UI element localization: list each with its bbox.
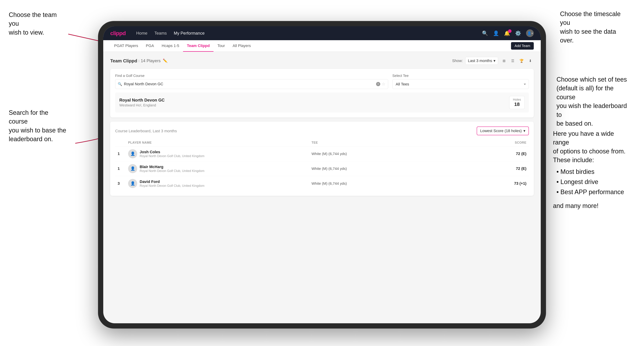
sub-nav-tour[interactable]: Tour — [214, 40, 229, 52]
show-row: Show: Last 3 months ▾ ⊞ ☰ 🏆 ⬇ — [452, 57, 534, 65]
bell-icon[interactable]: 🔔 — [504, 30, 510, 36]
users-icon[interactable]: 👤 — [493, 30, 499, 36]
player-score-2: 72 (E) — [495, 166, 526, 171]
edit-icon[interactable]: ✏️ — [163, 58, 168, 63]
table-row: 1 👤 ♥ Josh Coles Royal North Devon Golf … — [115, 147, 529, 161]
course-search-row: Find a Golf Course 🔍 × ☆ Select Tee — [115, 74, 529, 89]
main-content: Team Clippd | 14 Players ✏️ Show: Last 3… — [103, 52, 541, 323]
annotation-bullets: • Most birdies • Longest drive • Best AP… — [553, 168, 630, 197]
course-result-name: Royal North Devon GC — [119, 98, 165, 103]
course-search-card: Find a Golf Course 🔍 × ☆ Select Tee — [110, 69, 534, 117]
col-score: SCORE — [495, 141, 526, 145]
nav-links: Home Teams My Performance — [136, 31, 482, 36]
nav-icons: 🔍 👤 🔔 ⚙️ 👤 ▾ — [482, 29, 534, 37]
download-icon[interactable]: ⬇ — [527, 57, 534, 64]
table-row: 3 👤 ♥ David Ford Royal North Devon Golf … — [115, 176, 529, 191]
player-club-3: Royal North Devon Golf Club, United King… — [140, 184, 204, 188]
score-type-label: Lowest Score (18 holes) — [480, 129, 522, 133]
holes-label: Holes — [513, 98, 521, 102]
bullet-3: • Best APP performance — [556, 188, 630, 196]
add-team-button[interactable]: Add Team — [511, 42, 534, 50]
sub-nav-hcaps[interactable]: Hcaps 1-5 — [158, 40, 183, 52]
show-dropdown[interactable]: Last 3 months ▾ — [465, 57, 498, 65]
show-label: Show: — [452, 58, 463, 63]
player-info-2: 👤 ♥ Blair McHarg Royal North Devon Golf … — [128, 164, 312, 173]
player-tee-3: White (M) (6,744 yds) — [312, 181, 495, 185]
annotation-middle-right: Choose which set of tees (default is all… — [556, 75, 630, 128]
tee-select-wrap[interactable]: All Tees — [392, 79, 529, 89]
annotation-bottom-right-title: Here you have a wide range of options to… — [553, 129, 630, 165]
chevron-down-score: ▾ — [524, 129, 525, 133]
score-type-dropdown[interactable]: Lowest Score (18 holes) ▾ — [477, 127, 529, 135]
tablet-screen: clippd Home Teams My Performance 🔍 👤 🔔 ⚙… — [103, 26, 541, 323]
grid-view-icon[interactable]: ⊞ — [500, 57, 508, 64]
search-input-wrap: 🔍 × ☆ — [115, 79, 388, 89]
chevron-down-icon: ▾ — [494, 58, 496, 63]
col-rank — [118, 141, 128, 145]
player-club-1: Royal North Devon Golf Club, United King… — [140, 154, 204, 158]
search-clear-button[interactable]: × — [376, 82, 380, 86]
player-avatar-3: 👤 ♥ — [128, 179, 137, 188]
table-row: 1 👤 ♥ Blair McHarg Royal North Devon Gol… — [115, 161, 529, 176]
sub-nav-pgat-players[interactable]: PGAT Players — [110, 40, 142, 52]
player-score-1: 72 (E) — [495, 152, 526, 156]
player-rank-2: 1 — [118, 166, 128, 171]
bullet-2: • Longest drive — [556, 177, 630, 186]
player-details-1: Josh Coles Royal North Devon Golf Club, … — [140, 150, 204, 158]
tee-select[interactable]: All Tees — [395, 82, 526, 86]
player-info-1: 👤 ♥ Josh Coles Royal North Devon Golf Cl… — [128, 149, 312, 158]
settings-icon[interactable]: ⚙️ — [515, 30, 521, 36]
sub-nav-pga[interactable]: PGA — [142, 40, 158, 52]
team-players-count: 14 Players — [141, 58, 160, 63]
nav-logo: clippd — [110, 30, 126, 36]
sub-nav-team-clippd[interactable]: Team Clippd — [183, 40, 214, 52]
select-tee-label: Select Tee — [392, 74, 529, 78]
table-header: PLAYER NAME TEE SCORE — [115, 139, 529, 147]
course-result: Royal North Devon GC Westward Ho!, Engla… — [115, 92, 529, 113]
favorite-star-icon[interactable]: ☆ — [382, 82, 386, 86]
user-avatar[interactable]: 👤 ▾ — [526, 29, 534, 37]
team-title-row: Team Clippd | 14 Players ✏️ — [110, 58, 168, 64]
player-table: PLAYER NAME TEE SCORE 1 👤 ♥ — [115, 139, 529, 191]
player-tee-1: White (M) (6,744 yds) — [312, 152, 495, 156]
search-icon-small: 🔍 — [118, 82, 122, 86]
course-search-input[interactable] — [124, 82, 376, 86]
nav-link-teams[interactable]: Teams — [154, 31, 167, 36]
annotation-bottom-left: Search for the course you wish to base t… — [9, 108, 68, 144]
player-name-1: Josh Coles — [140, 150, 204, 154]
team-header: Team Clippd | 14 Players ✏️ Show: Last 3… — [110, 57, 534, 65]
tee-select-group: Select Tee All Tees — [392, 74, 529, 89]
col-tee: TEE — [312, 141, 495, 145]
col-player-name: PLAYER NAME — [128, 141, 312, 145]
team-title: Team Clippd — [110, 58, 137, 64]
notification-badge — [508, 29, 512, 33]
nav-link-home[interactable]: Home — [136, 31, 147, 36]
player-rank-1: 1 — [118, 152, 128, 156]
sub-nav-all-players[interactable]: All Players — [229, 40, 254, 52]
course-search-group: Find a Golf Course 🔍 × ☆ — [115, 74, 388, 89]
search-icon[interactable]: 🔍 — [482, 30, 488, 36]
player-tee-2: White (M) (6,744 yds) — [312, 167, 495, 171]
player-heart-2: ♥ — [136, 170, 138, 173]
course-result-location: Westward Ho!, England — [119, 103, 165, 107]
show-value: Last 3 months — [468, 58, 492, 63]
leaderboard-title: Course Leaderboard, Last 3 months — [115, 128, 177, 133]
player-name-2: Blair McHarg — [140, 165, 204, 169]
bullet-1: • Most birdies — [556, 168, 630, 176]
player-score-3: 73 (+1) — [495, 181, 526, 186]
trophy-icon[interactable]: 🏆 — [518, 57, 525, 64]
nav-link-my-performance[interactable]: My Performance — [174, 31, 204, 36]
player-club-2: Royal North Devon Golf Club, United King… — [140, 169, 204, 173]
player-info-3: 👤 ♥ David Ford Royal North Devon Golf Cl… — [128, 179, 312, 188]
player-name-3: David Ford — [140, 179, 204, 184]
player-rank-3: 3 — [118, 181, 128, 186]
leaderboard-card: Course Leaderboard, Last 3 months Lowest… — [110, 122, 534, 196]
course-result-info: Royal North Devon GC Westward Ho!, Engla… — [119, 98, 165, 107]
list-view-icon[interactable]: ☰ — [509, 57, 516, 64]
annotation-bottom-right-footer: and many more! — [553, 201, 630, 210]
holes-value: 18 — [513, 102, 521, 107]
annotation-top-left: Choose the team you wish to view. — [9, 10, 68, 37]
tablet-frame: clippd Home Teams My Performance 🔍 👤 🔔 ⚙… — [98, 21, 546, 329]
player-heart-1: ♥ — [136, 156, 138, 158]
player-avatar-1: 👤 ♥ — [128, 149, 137, 158]
